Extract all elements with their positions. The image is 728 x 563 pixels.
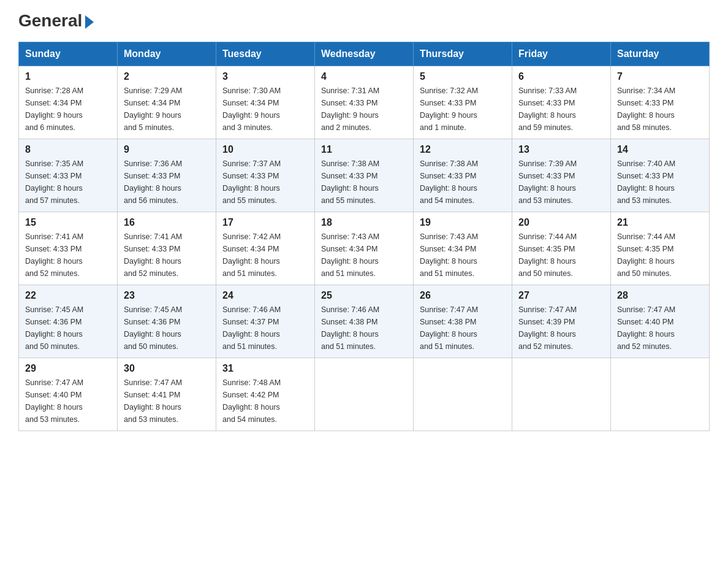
calendar-cell: 28Sunrise: 7:47 AMSunset: 4:40 PMDayligh… [611, 285, 710, 358]
calendar-header-row: SundayMondayTuesdayWednesdayThursdayFrid… [19, 42, 710, 66]
calendar-cell: 23Sunrise: 7:45 AMSunset: 4:36 PMDayligh… [118, 285, 216, 358]
calendar-week-row: 8Sunrise: 7:35 AMSunset: 4:33 PMDaylight… [19, 139, 710, 212]
calendar-week-row: 15Sunrise: 7:41 AMSunset: 4:33 PMDayligh… [19, 212, 710, 285]
day-number: 30 [124, 363, 210, 374]
calendar-week-row: 1Sunrise: 7:28 AMSunset: 4:34 PMDaylight… [19, 66, 710, 139]
col-header-saturday: Saturday [611, 42, 710, 66]
day-info: Sunrise: 7:40 AMSunset: 4:33 PMDaylight:… [617, 158, 703, 207]
calendar-cell: 25Sunrise: 7:46 AMSunset: 4:38 PMDayligh… [315, 285, 414, 358]
calendar-cell: 10Sunrise: 7:37 AMSunset: 4:33 PMDayligh… [216, 139, 315, 212]
day-number: 28 [617, 290, 703, 301]
col-header-thursday: Thursday [414, 42, 512, 66]
day-number: 18 [321, 217, 407, 228]
day-info: Sunrise: 7:47 AMSunset: 4:38 PMDaylight:… [420, 304, 506, 353]
day-info: Sunrise: 7:38 AMSunset: 4:33 PMDaylight:… [420, 158, 506, 207]
day-number: 31 [222, 363, 308, 374]
calendar-cell: 14Sunrise: 7:40 AMSunset: 4:33 PMDayligh… [611, 139, 710, 212]
col-header-friday: Friday [512, 42, 611, 66]
calendar-cell: 3Sunrise: 7:30 AMSunset: 4:34 PMDaylight… [216, 66, 315, 139]
day-number: 6 [518, 71, 604, 82]
day-number: 17 [222, 217, 308, 228]
calendar-cell: 9Sunrise: 7:36 AMSunset: 4:33 PMDaylight… [118, 139, 216, 212]
day-info: Sunrise: 7:44 AMSunset: 4:35 PMDaylight:… [617, 231, 703, 280]
day-info: Sunrise: 7:35 AMSunset: 4:33 PMDaylight:… [25, 158, 111, 207]
calendar-cell: 24Sunrise: 7:46 AMSunset: 4:37 PMDayligh… [216, 285, 315, 358]
day-info: Sunrise: 7:43 AMSunset: 4:34 PMDaylight:… [321, 231, 407, 280]
calendar-cell: 13Sunrise: 7:39 AMSunset: 4:33 PMDayligh… [512, 139, 611, 212]
day-info: Sunrise: 7:47 AMSunset: 4:40 PMDaylight:… [25, 377, 111, 426]
day-number: 7 [617, 71, 703, 82]
day-number: 9 [124, 144, 210, 155]
calendar-cell: 15Sunrise: 7:41 AMSunset: 4:33 PMDayligh… [19, 212, 118, 285]
day-info: Sunrise: 7:44 AMSunset: 4:35 PMDaylight:… [518, 231, 604, 280]
logo: General [18, 12, 94, 29]
day-info: Sunrise: 7:41 AMSunset: 4:33 PMDaylight:… [124, 231, 210, 280]
day-info: Sunrise: 7:42 AMSunset: 4:34 PMDaylight:… [222, 231, 308, 280]
calendar-cell: 4Sunrise: 7:31 AMSunset: 4:33 PMDaylight… [315, 66, 414, 139]
day-number: 23 [124, 290, 210, 301]
day-info: Sunrise: 7:47 AMSunset: 4:39 PMDaylight:… [518, 304, 604, 353]
day-info: Sunrise: 7:36 AMSunset: 4:33 PMDaylight:… [124, 158, 210, 207]
calendar-cell: 7Sunrise: 7:34 AMSunset: 4:33 PMDaylight… [611, 66, 710, 139]
calendar-cell: 20Sunrise: 7:44 AMSunset: 4:35 PMDayligh… [512, 212, 611, 285]
day-info: Sunrise: 7:38 AMSunset: 4:33 PMDaylight:… [321, 158, 407, 207]
calendar-week-row: 22Sunrise: 7:45 AMSunset: 4:36 PMDayligh… [19, 285, 710, 358]
calendar-week-row: 29Sunrise: 7:47 AMSunset: 4:40 PMDayligh… [19, 358, 710, 431]
day-info: Sunrise: 7:32 AMSunset: 4:33 PMDaylight:… [420, 85, 506, 134]
day-info: Sunrise: 7:33 AMSunset: 4:33 PMDaylight:… [518, 85, 604, 134]
day-info: Sunrise: 7:37 AMSunset: 4:33 PMDaylight:… [222, 158, 308, 207]
logo-arrow-icon [85, 15, 94, 29]
day-info: Sunrise: 7:46 AMSunset: 4:37 PMDaylight:… [222, 304, 308, 353]
day-number: 14 [617, 144, 703, 155]
calendar-cell [512, 358, 611, 431]
col-header-sunday: Sunday [19, 42, 118, 66]
calendar-table: SundayMondayTuesdayWednesdayThursdayFrid… [18, 42, 710, 431]
calendar-cell: 11Sunrise: 7:38 AMSunset: 4:33 PMDayligh… [315, 139, 414, 212]
calendar-cell: 30Sunrise: 7:47 AMSunset: 4:41 PMDayligh… [118, 358, 216, 431]
calendar-cell: 18Sunrise: 7:43 AMSunset: 4:34 PMDayligh… [315, 212, 414, 285]
day-number: 1 [25, 71, 111, 82]
day-number: 3 [222, 71, 308, 82]
calendar-cell: 22Sunrise: 7:45 AMSunset: 4:36 PMDayligh… [19, 285, 118, 358]
day-number: 12 [420, 144, 506, 155]
day-number: 16 [124, 217, 210, 228]
col-header-wednesday: Wednesday [315, 42, 414, 66]
col-header-tuesday: Tuesday [216, 42, 315, 66]
day-info: Sunrise: 7:29 AMSunset: 4:34 PMDaylight:… [124, 85, 210, 134]
calendar-cell [611, 358, 710, 431]
day-info: Sunrise: 7:48 AMSunset: 4:42 PMDaylight:… [222, 377, 308, 426]
day-number: 26 [420, 290, 506, 301]
col-header-monday: Monday [118, 42, 216, 66]
day-info: Sunrise: 7:45 AMSunset: 4:36 PMDaylight:… [25, 304, 111, 353]
day-number: 22 [25, 290, 111, 301]
calendar-cell [315, 358, 414, 431]
day-number: 13 [518, 144, 604, 155]
day-number: 21 [617, 217, 703, 228]
calendar-cell: 6Sunrise: 7:33 AMSunset: 4:33 PMDaylight… [512, 66, 611, 139]
day-number: 8 [25, 144, 111, 155]
day-number: 24 [222, 290, 308, 301]
day-number: 5 [420, 71, 506, 82]
day-number: 20 [518, 217, 604, 228]
day-info: Sunrise: 7:34 AMSunset: 4:33 PMDaylight:… [617, 85, 703, 134]
calendar-cell: 5Sunrise: 7:32 AMSunset: 4:33 PMDaylight… [414, 66, 512, 139]
day-number: 2 [124, 71, 210, 82]
day-number: 15 [25, 217, 111, 228]
day-info: Sunrise: 7:41 AMSunset: 4:33 PMDaylight:… [25, 231, 111, 280]
calendar-cell: 26Sunrise: 7:47 AMSunset: 4:38 PMDayligh… [414, 285, 512, 358]
day-info: Sunrise: 7:46 AMSunset: 4:38 PMDaylight:… [321, 304, 407, 353]
day-info: Sunrise: 7:45 AMSunset: 4:36 PMDaylight:… [124, 304, 210, 353]
calendar-cell: 12Sunrise: 7:38 AMSunset: 4:33 PMDayligh… [414, 139, 512, 212]
calendar-cell: 1Sunrise: 7:28 AMSunset: 4:34 PMDaylight… [19, 66, 118, 139]
day-number: 27 [518, 290, 604, 301]
day-number: 4 [321, 71, 407, 82]
calendar-cell: 21Sunrise: 7:44 AMSunset: 4:35 PMDayligh… [611, 212, 710, 285]
calendar-cell: 31Sunrise: 7:48 AMSunset: 4:42 PMDayligh… [216, 358, 315, 431]
day-info: Sunrise: 7:31 AMSunset: 4:33 PMDaylight:… [321, 85, 407, 134]
calendar-cell: 27Sunrise: 7:47 AMSunset: 4:39 PMDayligh… [512, 285, 611, 358]
calendar-cell: 19Sunrise: 7:43 AMSunset: 4:34 PMDayligh… [414, 212, 512, 285]
day-info: Sunrise: 7:39 AMSunset: 4:33 PMDaylight:… [518, 158, 604, 207]
calendar-cell [414, 358, 512, 431]
calendar-cell: 16Sunrise: 7:41 AMSunset: 4:33 PMDayligh… [118, 212, 216, 285]
day-number: 29 [25, 363, 111, 374]
